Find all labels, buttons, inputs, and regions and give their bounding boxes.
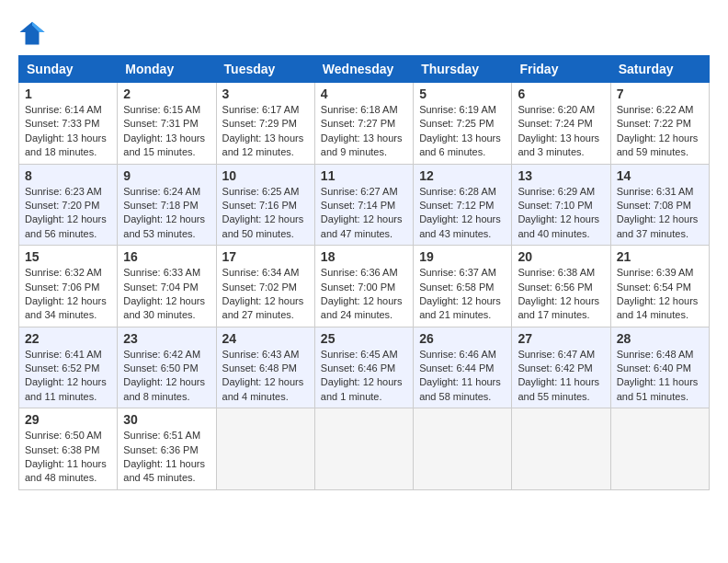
day-number: 19 bbox=[419, 249, 506, 264]
day-number: 24 bbox=[222, 331, 309, 346]
calendar-week-row: 1Sunrise: 6:14 AM Sunset: 7:33 PM Daylig… bbox=[19, 83, 710, 165]
calendar-table: SundayMondayTuesdayWednesdayThursdayFrid… bbox=[18, 55, 710, 490]
calendar-cell: 8Sunrise: 6:23 AM Sunset: 7:20 PM Daylig… bbox=[19, 164, 118, 246]
logo bbox=[18, 18, 50, 46]
header-monday: Monday bbox=[118, 56, 216, 83]
day-info: Sunrise: 6:22 AM Sunset: 7:22 PM Dayligh… bbox=[617, 103, 703, 160]
header-sunday: Sunday bbox=[19, 56, 118, 83]
day-number: 9 bbox=[123, 168, 210, 183]
calendar-cell: 23Sunrise: 6:42 AM Sunset: 6:50 PM Dayli… bbox=[118, 327, 216, 408]
calendar-cell: 26Sunrise: 6:46 AM Sunset: 6:44 PM Dayli… bbox=[414, 327, 512, 408]
day-number: 14 bbox=[617, 168, 703, 183]
day-number: 5 bbox=[419, 86, 506, 101]
day-info: Sunrise: 6:18 AM Sunset: 7:27 PM Dayligh… bbox=[321, 103, 407, 160]
day-info: Sunrise: 6:43 AM Sunset: 6:48 PM Dayligh… bbox=[222, 348, 309, 405]
calendar-cell: 7Sunrise: 6:22 AM Sunset: 7:22 PM Daylig… bbox=[610, 83, 709, 165]
calendar-cell: 3Sunrise: 6:17 AM Sunset: 7:29 PM Daylig… bbox=[216, 83, 314, 165]
day-number: 27 bbox=[518, 331, 604, 346]
header-wednesday: Wednesday bbox=[314, 56, 413, 83]
day-info: Sunrise: 6:42 AM Sunset: 6:50 PM Dayligh… bbox=[123, 348, 210, 405]
day-info: Sunrise: 6:33 AM Sunset: 7:04 PM Dayligh… bbox=[123, 266, 210, 323]
day-number: 26 bbox=[419, 331, 506, 346]
day-number: 7 bbox=[617, 86, 703, 101]
day-number: 29 bbox=[25, 412, 111, 427]
calendar-cell: 29Sunrise: 6:50 AM Sunset: 6:38 PM Dayli… bbox=[19, 408, 118, 490]
day-number: 22 bbox=[25, 331, 111, 346]
day-number: 17 bbox=[222, 249, 309, 264]
day-number: 23 bbox=[123, 331, 210, 346]
day-info: Sunrise: 6:34 AM Sunset: 7:02 PM Dayligh… bbox=[222, 266, 309, 323]
page-header bbox=[18, 18, 710, 46]
calendar-cell: 12Sunrise: 6:28 AM Sunset: 7:12 PM Dayli… bbox=[414, 164, 512, 246]
day-number: 6 bbox=[518, 86, 604, 101]
calendar-cell: 24Sunrise: 6:43 AM Sunset: 6:48 PM Dayli… bbox=[216, 327, 314, 408]
calendar-cell: 19Sunrise: 6:37 AM Sunset: 6:58 PM Dayli… bbox=[414, 246, 512, 327]
calendar-cell: 15Sunrise: 6:32 AM Sunset: 7:06 PM Dayli… bbox=[19, 246, 118, 327]
calendar-cell bbox=[414, 408, 512, 490]
day-info: Sunrise: 6:39 AM Sunset: 6:54 PM Dayligh… bbox=[617, 266, 703, 323]
calendar-cell: 20Sunrise: 6:38 AM Sunset: 6:56 PM Dayli… bbox=[512, 246, 610, 327]
calendar-cell: 30Sunrise: 6:51 AM Sunset: 6:36 PM Dayli… bbox=[118, 408, 216, 490]
day-info: Sunrise: 6:27 AM Sunset: 7:14 PM Dayligh… bbox=[321, 185, 407, 242]
day-info: Sunrise: 6:50 AM Sunset: 6:38 PM Dayligh… bbox=[25, 429, 111, 486]
calendar-cell: 28Sunrise: 6:48 AM Sunset: 6:40 PM Dayli… bbox=[610, 327, 709, 408]
day-info: Sunrise: 6:48 AM Sunset: 6:40 PM Dayligh… bbox=[617, 348, 703, 405]
calendar-cell: 17Sunrise: 6:34 AM Sunset: 7:02 PM Dayli… bbox=[216, 246, 314, 327]
calendar-cell: 16Sunrise: 6:33 AM Sunset: 7:04 PM Dayli… bbox=[118, 246, 216, 327]
calendar-week-row: 29Sunrise: 6:50 AM Sunset: 6:38 PM Dayli… bbox=[19, 408, 710, 490]
header-thursday: Thursday bbox=[414, 56, 512, 83]
header-saturday: Saturday bbox=[610, 56, 709, 83]
day-number: 28 bbox=[617, 331, 703, 346]
day-info: Sunrise: 6:20 AM Sunset: 7:24 PM Dayligh… bbox=[518, 103, 604, 160]
day-info: Sunrise: 6:37 AM Sunset: 6:58 PM Dayligh… bbox=[419, 266, 506, 323]
day-number: 21 bbox=[617, 249, 703, 264]
day-info: Sunrise: 6:29 AM Sunset: 7:10 PM Dayligh… bbox=[518, 185, 604, 242]
calendar-cell: 21Sunrise: 6:39 AM Sunset: 6:54 PM Dayli… bbox=[610, 246, 709, 327]
calendar-cell: 13Sunrise: 6:29 AM Sunset: 7:10 PM Dayli… bbox=[512, 164, 610, 246]
day-number: 18 bbox=[321, 249, 407, 264]
header-row: SundayMondayTuesdayWednesdayThursdayFrid… bbox=[19, 56, 710, 83]
calendar-cell: 5Sunrise: 6:19 AM Sunset: 7:25 PM Daylig… bbox=[414, 83, 512, 165]
day-number: 8 bbox=[25, 168, 111, 183]
day-info: Sunrise: 6:32 AM Sunset: 7:06 PM Dayligh… bbox=[25, 266, 111, 323]
calendar-cell: 10Sunrise: 6:25 AM Sunset: 7:16 PM Dayli… bbox=[216, 164, 314, 246]
logo-icon bbox=[18, 18, 46, 46]
calendar-cell bbox=[610, 408, 709, 490]
day-info: Sunrise: 6:28 AM Sunset: 7:12 PM Dayligh… bbox=[419, 185, 506, 242]
day-number: 10 bbox=[222, 168, 309, 183]
day-info: Sunrise: 6:19 AM Sunset: 7:25 PM Dayligh… bbox=[419, 103, 506, 160]
calendar-week-row: 22Sunrise: 6:41 AM Sunset: 6:52 PM Dayli… bbox=[19, 327, 710, 408]
day-info: Sunrise: 6:45 AM Sunset: 6:46 PM Dayligh… bbox=[321, 348, 407, 405]
day-number: 2 bbox=[123, 86, 210, 101]
day-info: Sunrise: 6:14 AM Sunset: 7:33 PM Dayligh… bbox=[25, 103, 111, 160]
day-info: Sunrise: 6:38 AM Sunset: 6:56 PM Dayligh… bbox=[518, 266, 604, 323]
day-number: 1 bbox=[25, 86, 111, 101]
calendar-cell: 22Sunrise: 6:41 AM Sunset: 6:52 PM Dayli… bbox=[19, 327, 118, 408]
day-info: Sunrise: 6:47 AM Sunset: 6:42 PM Dayligh… bbox=[518, 348, 604, 405]
day-number: 4 bbox=[321, 86, 407, 101]
calendar-cell: 2Sunrise: 6:15 AM Sunset: 7:31 PM Daylig… bbox=[118, 83, 216, 165]
day-info: Sunrise: 6:31 AM Sunset: 7:08 PM Dayligh… bbox=[617, 185, 703, 242]
header-tuesday: Tuesday bbox=[216, 56, 314, 83]
day-number: 30 bbox=[123, 412, 210, 427]
calendar-week-row: 15Sunrise: 6:32 AM Sunset: 7:06 PM Dayli… bbox=[19, 246, 710, 327]
calendar-cell bbox=[512, 408, 610, 490]
day-info: Sunrise: 6:41 AM Sunset: 6:52 PM Dayligh… bbox=[25, 348, 111, 405]
header-friday: Friday bbox=[512, 56, 610, 83]
day-number: 11 bbox=[321, 168, 407, 183]
day-info: Sunrise: 6:23 AM Sunset: 7:20 PM Dayligh… bbox=[25, 185, 111, 242]
calendar-cell: 18Sunrise: 6:36 AM Sunset: 7:00 PM Dayli… bbox=[314, 246, 413, 327]
day-info: Sunrise: 6:15 AM Sunset: 7:31 PM Dayligh… bbox=[123, 103, 210, 160]
day-number: 12 bbox=[419, 168, 506, 183]
calendar-cell bbox=[216, 408, 314, 490]
day-info: Sunrise: 6:51 AM Sunset: 6:36 PM Dayligh… bbox=[123, 429, 210, 486]
day-info: Sunrise: 6:17 AM Sunset: 7:29 PM Dayligh… bbox=[222, 103, 309, 160]
calendar-cell: 4Sunrise: 6:18 AM Sunset: 7:27 PM Daylig… bbox=[314, 83, 413, 165]
calendar-cell: 14Sunrise: 6:31 AM Sunset: 7:08 PM Dayli… bbox=[610, 164, 709, 246]
day-info: Sunrise: 6:46 AM Sunset: 6:44 PM Dayligh… bbox=[419, 348, 506, 405]
day-info: Sunrise: 6:36 AM Sunset: 7:00 PM Dayligh… bbox=[321, 266, 407, 323]
calendar-cell bbox=[314, 408, 413, 490]
calendar-cell: 6Sunrise: 6:20 AM Sunset: 7:24 PM Daylig… bbox=[512, 83, 610, 165]
calendar-cell: 27Sunrise: 6:47 AM Sunset: 6:42 PM Dayli… bbox=[512, 327, 610, 408]
calendar-cell: 11Sunrise: 6:27 AM Sunset: 7:14 PM Dayli… bbox=[314, 164, 413, 246]
